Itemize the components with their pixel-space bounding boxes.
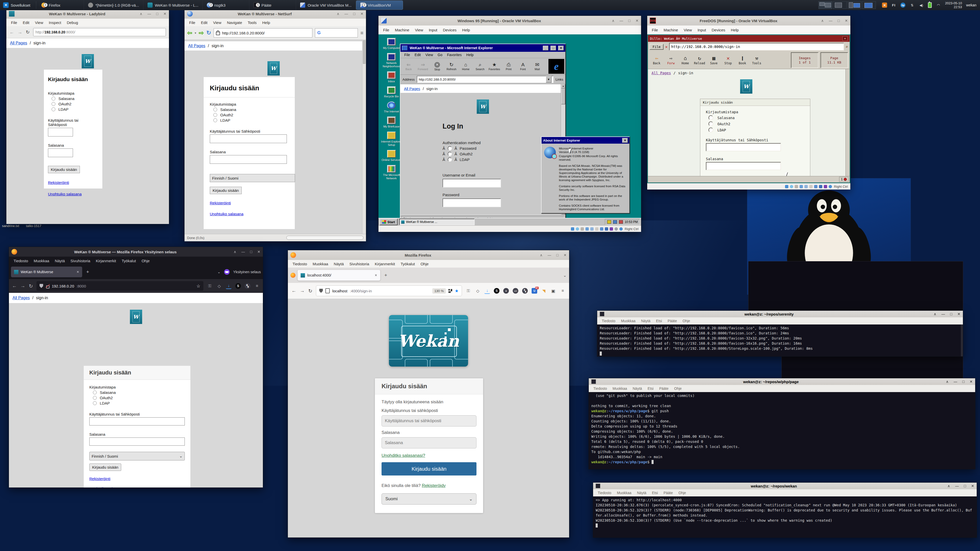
password-input[interactable] (382, 437, 476, 448)
ie-toolbar-button[interactable]: ⌂ Home (458, 59, 473, 74)
title-bar[interactable]: WeKan ® Multiverse - NetSurf ∧—□✕ (185, 9, 366, 19)
register-link[interactable]: Rekisteröinti (48, 180, 98, 185)
dillo-title-bar[interactable]: Dillo: WeKan Â® Multiverse ✕ (648, 35, 850, 42)
menu-item[interactable]: File (649, 28, 660, 32)
forward-icon[interactable]: ⇨ (199, 29, 204, 37)
menu-item[interactable]: View (412, 28, 426, 32)
auth-method-radio[interactable]: LDAP (93, 401, 185, 405)
terminal-output[interactable]: ResourceLoader: Finished load of: "http:… (597, 324, 963, 359)
signin-button[interactable]: Kirjaudu sisään (210, 187, 242, 194)
auth-method-radio[interactable]: OAuth2 (708, 121, 804, 126)
dillo-toolbar-button[interactable]: ⇦ Back (649, 52, 664, 68)
keyboard-layout-indicator[interactable]: FI (891, 3, 896, 8)
desktop-icon[interactable]: Online Services (380, 150, 402, 162)
menu-item[interactable]: Etsi (654, 319, 665, 323)
username-input[interactable] (706, 143, 781, 151)
desktop-icon[interactable]: Recycle Bin (380, 86, 402, 98)
ie-toolbar-button[interactable]: ★ Favorites (487, 59, 501, 74)
window-controls[interactable]: ∧—□✕ (821, 19, 848, 23)
warning-tray-icon[interactable]: ✕ (882, 3, 887, 8)
desktop-icon[interactable]: Network Neighborhood (380, 53, 402, 68)
title-bar[interactable]: DOS FreeDOS [Running] - Oracle VM Virtua… (647, 16, 850, 25)
auth-method-radio[interactable]: LDAP (52, 107, 98, 111)
menu-item[interactable]: Tiedosto (599, 319, 618, 323)
extension-lock-icon[interactable]: ⚿ (466, 288, 471, 294)
menu-item[interactable]: Sivuhistoria (68, 259, 93, 263)
volume-tray-icon[interactable]: ◀) (919, 3, 924, 8)
auth-method-radio[interactable]: Salasana (213, 107, 289, 112)
clear-url-icon[interactable]: ✕ (665, 44, 668, 49)
menu-item[interactable]: Devices (441, 28, 459, 32)
menu-item[interactable]: Help (460, 28, 473, 32)
radio-icon[interactable] (708, 127, 713, 132)
forward-icon[interactable]: → (300, 288, 305, 294)
taskbar-window-button[interactable]: WeKan ® Multiverse ... (399, 219, 475, 225)
menu-item[interactable]: File (402, 52, 412, 57)
password-input[interactable] (442, 198, 501, 207)
username-input[interactable] (442, 179, 501, 187)
menu-item[interactable]: Machine (392, 28, 412, 32)
tab-wekan[interactable]: WeKan ® Multiverse ✕ (11, 267, 82, 277)
menu-item[interactable]: Navigate (224, 21, 245, 25)
title-bar[interactable]: wekan@z: ~/repos/serenity ∧—□✕ (597, 311, 963, 318)
username-input[interactable] (89, 417, 185, 426)
menu-item[interactable]: Ohje (418, 262, 431, 266)
menu-item[interactable]: Tiedosto (11, 259, 30, 263)
forgot-password-link[interactable]: Unohditko salasanasi? (382, 453, 425, 458)
scrollbar[interactable] (362, 40, 366, 234)
menu-item[interactable]: Edit (20, 21, 32, 25)
menu-item[interactable]: Pääte (657, 386, 671, 391)
menu-item[interactable]: Ohje (676, 491, 689, 495)
close-icon[interactable]: ✕ (842, 36, 848, 41)
signin-button[interactable]: Kirjaudu sisään (382, 462, 476, 475)
tracking-protection-shield-icon[interactable] (40, 284, 43, 288)
back-history-dropdown-icon[interactable]: ▾ (195, 32, 196, 35)
tab-list-dropdown-icon[interactable]: ⌄ (218, 270, 221, 274)
menu-item[interactable]: Kirjanmerkit (94, 259, 119, 263)
forgot-password-link[interactable]: Unohtuiko salasana (48, 192, 98, 196)
puzzle-extension-icon[interactable]: ▣ (550, 288, 556, 294)
links-button[interactable]: Links (555, 78, 563, 81)
url-bar[interactable]: 192.168.0.20:8000 ☆ (37, 281, 204, 291)
url-bar[interactable]: http://192.168.0.20:8000/ (33, 28, 166, 36)
network-tray-icon[interactable] (613, 220, 617, 224)
taskbar-window-button[interactable]: Oracle VM VirtualBox M... (296, 0, 356, 10)
downloads-icon[interactable]: ↓ (226, 283, 231, 289)
menu-item[interactable]: Tiedosto (595, 491, 614, 495)
register-link[interactable]: Rekisteröidy (422, 483, 446, 488)
menu-item[interactable]: Etsi (649, 491, 660, 495)
language-select[interactable]: Finnish / Suomi (210, 174, 295, 182)
scrollbar[interactable] (845, 69, 850, 176)
display-tray-icon[interactable] (619, 220, 623, 224)
url-bar[interactable]: http://192.168.0.20:8000/ (213, 28, 312, 38)
extension-icon[interactable]: ● (503, 288, 509, 294)
menu-item[interactable]: Tiedosto (290, 262, 310, 266)
menu-item[interactable]: File (186, 21, 198, 25)
taskbar-window-button[interactable]: 3 Firefox (37, 0, 84, 10)
battery-tray-icon[interactable] (928, 2, 932, 8)
back-icon[interactable]: ← (12, 283, 17, 289)
reload-icon[interactable]: ↻ (308, 288, 312, 294)
new-tab-button[interactable]: + (84, 269, 91, 275)
search-icon[interactable]: ⌕ (845, 44, 848, 49)
all-pages-link[interactable]: All Pages (10, 41, 27, 45)
extension-icon[interactable]: uo (513, 288, 518, 294)
username-input[interactable] (48, 128, 73, 137)
window-controls[interactable]: ∧—□✕ (234, 250, 260, 254)
bug-counter[interactable]: 1 (839, 177, 849, 182)
menu-item[interactable]: Debug (64, 21, 81, 25)
desktop-icon[interactable]: My Briefcase (380, 117, 402, 128)
menu-icon[interactable]: ≡ (560, 288, 566, 294)
zoom-level-badge[interactable]: 130 % (432, 288, 446, 294)
password-input[interactable] (706, 162, 781, 170)
forgot-password-link[interactable]: Unohtuiko salasana (89, 486, 185, 487)
network-tray-icon[interactable]: ⇅ (910, 3, 915, 8)
auth-method-radio[interactable]: Salasana (708, 115, 804, 120)
menu-item[interactable]: Näytä (638, 319, 653, 323)
dillo-toolbar-button[interactable]: ↻ Reload (692, 52, 707, 68)
desktop-icon[interactable]: The Internet (380, 102, 402, 113)
menu-item[interactable]: Ohje (672, 386, 684, 391)
dillo-toolbar-button[interactable]: ❙ Book (735, 52, 749, 68)
username-input[interactable] (210, 135, 287, 143)
title-bar[interactable]: wekan@z: ~/repos/w/php/page ∧—□✕ (589, 378, 975, 385)
